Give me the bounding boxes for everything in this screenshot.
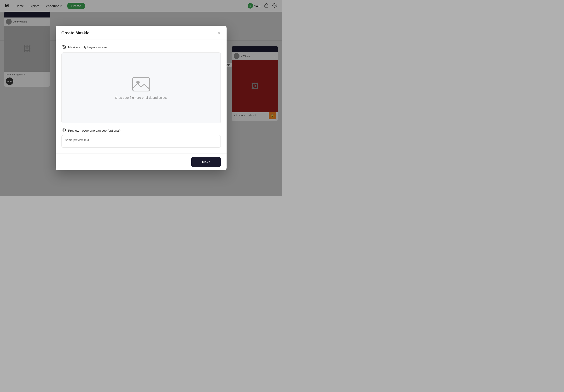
modal-title: Create Maskie <box>61 31 90 35</box>
svg-point-4 <box>136 81 140 84</box>
preview-textarea[interactable] <box>61 135 221 148</box>
modal-body: Maskie - only buyer can see Drop your fi… <box>56 40 226 153</box>
create-maskie-modal: Create Maskie × Maskie - only buyer can … <box>56 26 226 170</box>
modal-header: Create Maskie × <box>56 26 226 40</box>
modal-overlay: Create Maskie × Maskie - only buyer can … <box>0 0 282 196</box>
file-drop-zone[interactable]: Drop your file here or click and select <box>61 53 221 123</box>
preview-label-text: Preview - everyone can see (optional) <box>68 129 121 132</box>
svg-point-5 <box>63 129 64 131</box>
preview-section-label: Preview - everyone can see (optional) <box>61 128 221 133</box>
svg-rect-3 <box>133 78 149 91</box>
eye-visible-icon <box>61 128 66 133</box>
modal-close-button[interactable]: × <box>218 31 221 35</box>
modal-footer: Next <box>56 153 226 170</box>
drop-zone-text: Drop your file here or click and select <box>115 96 167 99</box>
image-upload-icon <box>132 76 151 93</box>
next-button[interactable]: Next <box>191 157 221 167</box>
maskie-section-label: Maskie - only buyer can see <box>61 45 221 50</box>
eye-hidden-icon <box>61 45 66 50</box>
maskie-label-text: Maskie - only buyer can see <box>68 45 107 49</box>
